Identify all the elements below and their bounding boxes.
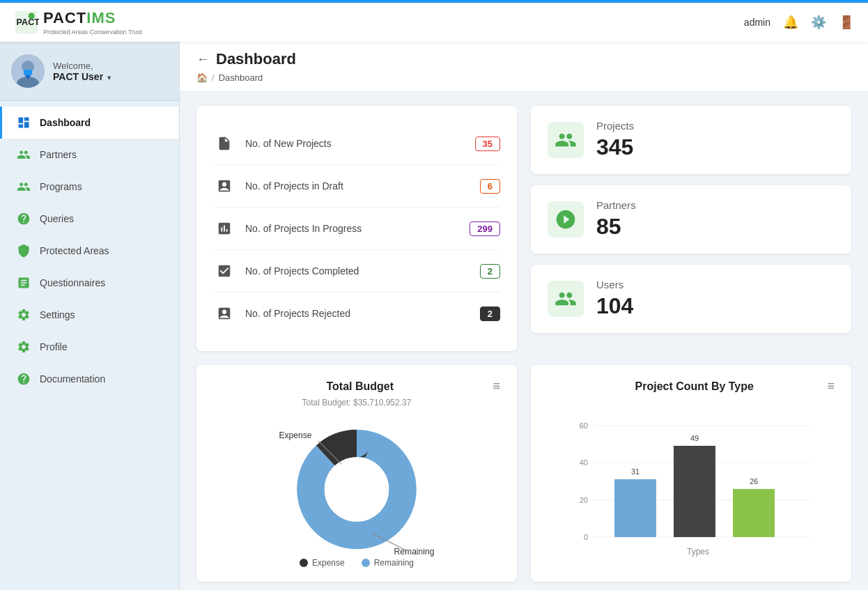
stat-row-draft: No. of Projects in Draft 6 xyxy=(213,165,500,208)
projects-summary-icon xyxy=(548,122,584,158)
summary-cards: Projects 345 Partners 85 xyxy=(531,106,851,351)
svg-text:Remaining: Remaining xyxy=(394,547,435,557)
completed-icon xyxy=(213,260,235,282)
avatar xyxy=(11,54,45,88)
sidebar-item-protected-areas[interactable]: Protected Areas xyxy=(0,235,179,267)
svg-point-10 xyxy=(325,457,389,521)
sidebar-item-queries-label: Queries xyxy=(40,213,165,224)
stat-label-draft: No. of Projects in Draft xyxy=(245,180,480,192)
projects-label: Projects xyxy=(596,120,634,132)
topbar: PACT PACTIMS Protected Areas Conservatio… xyxy=(0,0,868,42)
sidebar-item-queries[interactable]: Queries xyxy=(0,203,179,235)
content: ← Dashboard 🏠 / Dashboard No. of New Pro… xyxy=(180,42,868,590)
stats-card: No. of New Projects 35 No. of Projects i… xyxy=(196,106,517,351)
stat-badge-draft: 6 xyxy=(480,179,500,194)
page-header: ← Dashboard 🏠 / Dashboard xyxy=(180,42,868,92)
svg-rect-6 xyxy=(24,70,32,75)
sidebar-item-documentation[interactable]: Documentation xyxy=(0,363,179,395)
sidebar-item-settings[interactable]: Settings xyxy=(0,299,179,331)
svg-text:0: 0 xyxy=(584,533,588,541)
svg-text:20: 20 xyxy=(580,496,588,504)
bar-chart-svg: 60 40 20 0 31 49 xyxy=(548,405,835,558)
logout-icon[interactable]: 🚪 xyxy=(839,15,854,30)
programs-icon xyxy=(16,179,31,194)
svg-text:49: 49 xyxy=(690,434,699,442)
stat-row-new-projects: No. of New Projects 35 xyxy=(213,123,500,165)
main-layout: Welcome, PACT User ▾ Dashboard Partners xyxy=(0,42,868,590)
summary-card-projects: Projects 345 xyxy=(531,106,851,174)
sidebar-item-questionnaires[interactable]: Questionnaires xyxy=(0,267,179,299)
svg-text:60: 60 xyxy=(580,421,588,430)
dropdown-arrow[interactable]: ▾ xyxy=(107,74,111,81)
donut-svg: Expense Remaining xyxy=(245,409,468,562)
svg-text:31: 31 xyxy=(631,467,640,476)
project-count-chart-title: Project Count By Type xyxy=(561,380,827,393)
project-count-chart-menu[interactable]: ≡ xyxy=(827,379,835,394)
sidebar-item-partners[interactable]: Partners xyxy=(0,139,179,171)
username: PACT User ▾ xyxy=(53,71,111,82)
logo-icon: PACT xyxy=(14,10,39,35)
users-summary-info: Users 104 xyxy=(596,279,633,319)
charts-row: Total Budget ≡ Total Budget: $35,710,952… xyxy=(180,365,868,590)
sidebar-item-documentation-label: Documentation xyxy=(40,373,165,385)
admin-label: admin xyxy=(744,17,770,28)
breadcrumb-current: Dashboard xyxy=(219,72,263,83)
projects-value: 345 xyxy=(596,134,634,160)
user-info: Welcome, PACT User ▾ xyxy=(53,61,111,82)
dashboard-icon xyxy=(16,115,31,130)
in-progress-icon xyxy=(213,217,235,240)
welcome-text: Welcome, xyxy=(53,61,111,71)
breadcrumb: 🏠 / Dashboard xyxy=(196,72,851,83)
svg-text:26: 26 xyxy=(750,477,758,486)
bar-chart-wrapper: 60 40 20 0 31 49 xyxy=(548,398,835,561)
settings-icon[interactable]: ⚙️ xyxy=(811,15,826,30)
partners-label: Partners xyxy=(596,199,636,211)
stat-row-rejected: No. of Projects Rejected 2 xyxy=(213,293,500,334)
sidebar-item-protected-areas-label: Protected Areas xyxy=(40,245,165,256)
sidebar-user: Welcome, PACT User ▾ xyxy=(0,42,179,101)
sidebar-item-profile[interactable]: Profile xyxy=(0,331,179,363)
breadcrumb-separator: / xyxy=(212,72,215,83)
partners-value: 85 xyxy=(596,214,636,240)
stat-badge-in-progress: 299 xyxy=(470,222,500,236)
stat-label-in-progress: No. of Projects In Progress xyxy=(245,223,470,234)
bar-1 xyxy=(674,446,715,537)
stat-row-completed: No. of Projects Completed 2 xyxy=(213,250,500,293)
sidebar-item-settings-label: Settings xyxy=(40,309,165,320)
partners-icon xyxy=(16,147,31,162)
logo-ims: IMS xyxy=(86,9,116,26)
sidebar-item-dashboard-label: Dashboard xyxy=(40,117,165,128)
project-count-chart-header: Project Count By Type ≡ xyxy=(548,379,835,394)
budget-chart-menu[interactable]: ≡ xyxy=(493,379,500,394)
svg-text:Types: Types xyxy=(687,547,709,557)
sidebar-item-programs-label: Programs xyxy=(40,181,165,192)
questionnaires-icon xyxy=(16,275,31,290)
partners-summary-info: Partners 85 xyxy=(596,199,636,240)
sidebar-item-programs[interactable]: Programs xyxy=(0,171,179,203)
stat-label-completed: No. of Projects Completed xyxy=(245,265,480,277)
partners-summary-icon xyxy=(548,201,584,238)
rejected-icon xyxy=(213,302,235,325)
sidebar-item-dashboard[interactable]: Dashboard xyxy=(0,107,179,139)
stat-badge-new-projects: 35 xyxy=(475,137,500,151)
budget-chart-subtitle: Total Budget: $35,710,952.37 xyxy=(213,398,500,407)
back-arrow[interactable]: ← xyxy=(196,52,209,67)
sidebar: Welcome, PACT User ▾ Dashboard Partners xyxy=(0,42,180,590)
svg-text:PACT: PACT xyxy=(17,17,39,27)
bar-2 xyxy=(733,489,775,537)
notification-icon[interactable]: 🔔 xyxy=(783,15,798,30)
stat-label-rejected: No. of Projects Rejected xyxy=(245,308,480,319)
stat-label-new-projects: No. of New Projects xyxy=(245,138,475,149)
sidebar-item-partners-label: Partners xyxy=(40,149,165,160)
home-icon[interactable]: 🏠 xyxy=(196,72,208,83)
page-title: Dashboard xyxy=(216,50,296,68)
users-value: 104 xyxy=(596,293,633,319)
topbar-right: admin 🔔 ⚙️ 🚪 xyxy=(744,15,854,30)
projects-summary-info: Projects 345 xyxy=(596,120,634,160)
svg-text:40: 40 xyxy=(580,458,588,467)
budget-chart-header: Total Budget ≡ xyxy=(213,379,500,394)
svg-text:Expense: Expense xyxy=(279,430,311,440)
logo-pact: PACT xyxy=(43,9,86,26)
sidebar-nav: Dashboard Partners Programs Queries xyxy=(0,101,179,401)
new-projects-icon xyxy=(213,132,235,155)
